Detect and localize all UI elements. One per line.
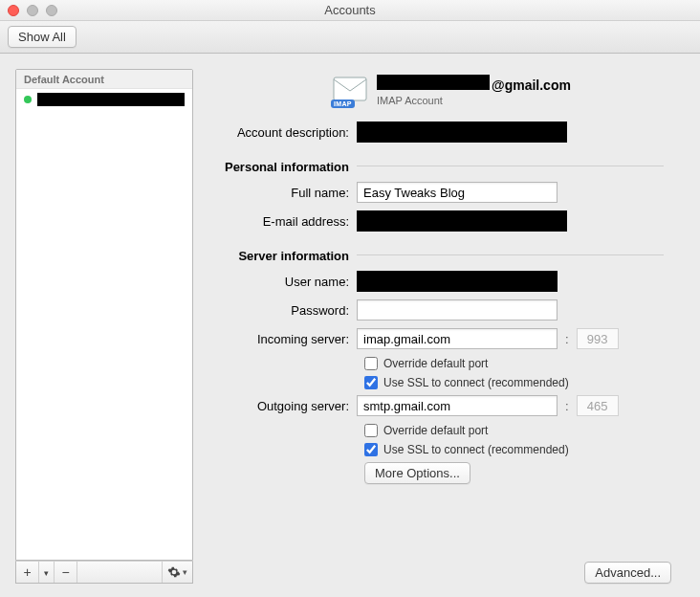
- sidebar-footer: + ▾ − ▾: [15, 561, 193, 584]
- port-separator: :: [558, 332, 577, 346]
- password-label: Password:: [208, 303, 357, 318]
- outgoing-server-label: Outgoing server:: [208, 399, 357, 413]
- outgoing-ssl-checkbox[interactable]: [364, 443, 378, 456]
- status-online-icon: [24, 96, 32, 103]
- plus-icon: +: [23, 564, 31, 580]
- account-description-field[interactable]: [357, 122, 567, 143]
- account-group-header: Default Account: [16, 70, 192, 89]
- accounts-list[interactable]: Default Account: [15, 69, 193, 561]
- add-menu-button[interactable]: ▾: [39, 562, 55, 583]
- add-account-button[interactable]: +: [16, 562, 39, 583]
- email-field[interactable]: [357, 210, 567, 232]
- minus-icon: −: [61, 564, 69, 580]
- advanced-button[interactable]: Advanced...: [584, 562, 671, 584]
- port-separator: :: [558, 399, 577, 413]
- full-name-field[interactable]: [357, 182, 558, 203]
- mail-icon: IMAP: [333, 77, 367, 105]
- section-divider: [357, 254, 664, 255]
- accounts-sidebar: Default Account + ▾ − ▾: [15, 69, 193, 584]
- incoming-server-label: Incoming server:: [208, 332, 357, 346]
- account-email-redacted: [377, 75, 490, 90]
- remove-account-button[interactable]: −: [55, 562, 77, 583]
- section-divider: [357, 166, 664, 166]
- account-header: IMAP @gmail.com IMAP Account: [208, 75, 671, 106]
- incoming-override-port-label: Override default port: [383, 357, 488, 370]
- show-all-button[interactable]: Show All: [8, 26, 77, 48]
- account-type-label: IMAP Account: [377, 95, 571, 106]
- outgoing-port-field: [577, 395, 619, 416]
- password-field[interactable]: [357, 299, 558, 321]
- personal-info-section: Personal information: [208, 160, 357, 174]
- svg-rect-0: [334, 77, 366, 100]
- incoming-ssl-checkbox[interactable]: [364, 376, 378, 389]
- outgoing-override-port-label: Override default port: [383, 424, 488, 437]
- outgoing-ssl-label: Use SSL to connect (recommended): [383, 443, 569, 456]
- account-name-redacted: [37, 93, 185, 106]
- outgoing-server-field[interactable]: [357, 395, 558, 416]
- server-info-section: Server information: [208, 249, 357, 263]
- email-label: E-mail address:: [208, 214, 357, 229]
- username-label: User name:: [208, 275, 357, 289]
- incoming-ssl-label: Use SSL to connect (recommended): [383, 376, 569, 389]
- username-field[interactable]: [357, 271, 558, 292]
- account-row[interactable]: [16, 89, 192, 110]
- account-details: IMAP @gmail.com IMAP Account Account des…: [208, 69, 685, 584]
- incoming-port-field: [577, 328, 619, 349]
- imap-badge: IMAP: [331, 100, 355, 108]
- account-description-label: Account description:: [208, 125, 357, 140]
- chevron-down-icon: ▾: [183, 567, 187, 577]
- chevron-down-icon: ▾: [44, 568, 49, 578]
- account-email-suffix: @gmail.com: [492, 77, 571, 93]
- window-title: Accounts: [0, 3, 700, 17]
- outgoing-override-port-checkbox[interactable]: [364, 424, 378, 437]
- more-options-button[interactable]: More Options...: [364, 462, 470, 484]
- account-actions-button[interactable]: ▾: [162, 562, 192, 583]
- titlebar: Accounts: [0, 0, 700, 21]
- gear-icon: [167, 565, 181, 579]
- full-name-label: Full name:: [208, 186, 357, 200]
- toolbar: Show All: [0, 21, 700, 54]
- incoming-override-port-checkbox[interactable]: [364, 357, 378, 370]
- incoming-server-field[interactable]: [357, 328, 558, 349]
